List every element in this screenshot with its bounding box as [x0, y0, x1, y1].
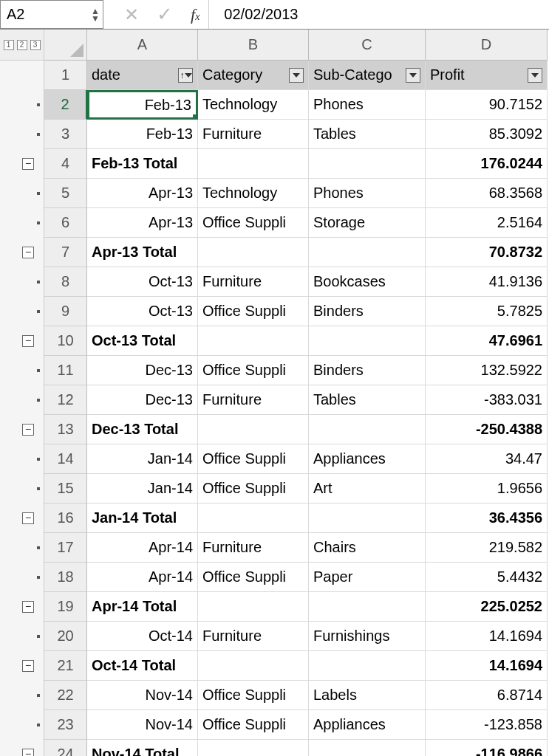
- table-header-c[interactable]: Sub-Catego: [309, 61, 426, 90]
- row-header[interactable]: 2: [44, 90, 87, 120]
- total-label-cell[interactable]: Feb-13 Total: [87, 149, 198, 179]
- spreadsheet-grid[interactable]: A B C D 12345678910111213141516171819202…: [44, 30, 549, 756]
- category-cell[interactable]: Technology: [198, 179, 309, 208]
- date-cell[interactable]: Oct-13: [87, 297, 198, 326]
- subcategory-cell[interactable]: [309, 504, 426, 533]
- subcategory-cell[interactable]: Phones: [309, 90, 426, 120]
- category-cell[interactable]: Office Suppli: [198, 474, 309, 504]
- table-header-d[interactable]: Profit: [426, 61, 548, 90]
- category-cell[interactable]: [198, 415, 309, 444]
- category-cell[interactable]: Furniture: [198, 267, 309, 297]
- formula-input[interactable]: 02/02/2013: [208, 0, 549, 29]
- subcategory-cell[interactable]: Tables: [309, 120, 426, 149]
- outline-level-3-button[interactable]: 3: [30, 40, 41, 50]
- profit-cell[interactable]: 6.8714: [426, 681, 548, 710]
- name-box[interactable]: ▲ ▼: [0, 0, 103, 29]
- profit-cell[interactable]: 41.9136: [426, 267, 548, 297]
- column-header-a[interactable]: A: [87, 30, 198, 61]
- subcategory-cell[interactable]: [309, 326, 426, 356]
- row-header[interactable]: 23: [44, 710, 87, 740]
- row-header[interactable]: 10: [44, 326, 87, 356]
- subcategory-cell[interactable]: Chairs: [309, 533, 426, 563]
- name-box-spinner[interactable]: ▲ ▼: [91, 7, 103, 22]
- category-cell[interactable]: Office Suppli: [198, 356, 309, 385]
- profit-cell[interactable]: 70.8732: [426, 238, 548, 267]
- row-header[interactable]: 11: [44, 356, 87, 385]
- profit-cell[interactable]: 14.1694: [426, 622, 548, 651]
- date-cell[interactable]: Dec-13: [87, 356, 198, 385]
- subcategory-cell[interactable]: Appliances: [309, 444, 426, 474]
- row-header[interactable]: 8: [44, 267, 87, 297]
- subcategory-cell[interactable]: [309, 149, 426, 179]
- date-cell[interactable]: Jan-14: [87, 444, 198, 474]
- subcategory-cell[interactable]: Art: [309, 474, 426, 504]
- subcategory-cell[interactable]: [309, 740, 426, 756]
- profit-cell[interactable]: 47.6961: [426, 326, 548, 356]
- total-label-cell[interactable]: Dec-13 Total: [87, 415, 198, 444]
- profit-cell[interactable]: -250.4388: [426, 415, 548, 444]
- profit-cell[interactable]: 5.4432: [426, 563, 548, 592]
- row-header[interactable]: 22: [44, 681, 87, 710]
- date-cell[interactable]: Dec-13: [87, 385, 198, 415]
- profit-cell[interactable]: 36.4356: [426, 504, 548, 533]
- total-label-cell[interactable]: Jan-14 Total: [87, 504, 198, 533]
- total-label-cell[interactable]: Apr-13 Total: [87, 238, 198, 267]
- category-cell[interactable]: [198, 651, 309, 681]
- date-cell[interactable]: Feb-13: [87, 90, 198, 120]
- total-label-cell[interactable]: Oct-14 Total: [87, 651, 198, 681]
- subcategory-cell[interactable]: Labels: [309, 681, 426, 710]
- profit-cell[interactable]: 2.5164: [426, 208, 548, 238]
- date-cell[interactable]: Apr-13: [87, 179, 198, 208]
- category-cell[interactable]: Office Suppli: [198, 444, 309, 474]
- outline-collapse-button[interactable]: −: [22, 158, 34, 170]
- subcategory-cell[interactable]: Paper: [309, 563, 426, 592]
- category-cell[interactable]: Office Suppli: [198, 208, 309, 238]
- profit-cell[interactable]: -123.858: [426, 710, 548, 740]
- profit-cell[interactable]: 225.0252: [426, 592, 548, 622]
- total-label-cell[interactable]: Apr-14 Total: [87, 592, 198, 622]
- category-cell[interactable]: Office Suppli: [198, 710, 309, 740]
- row-header[interactable]: 6: [44, 208, 87, 238]
- subcategory-cell[interactable]: [309, 651, 426, 681]
- outline-collapse-button[interactable]: −: [22, 247, 34, 258]
- row-header[interactable]: 13: [44, 415, 87, 444]
- category-cell[interactable]: [198, 149, 309, 179]
- date-cell[interactable]: Oct-13: [87, 267, 198, 297]
- row-header[interactable]: 1: [44, 61, 87, 90]
- profit-cell[interactable]: 14.1694: [426, 651, 548, 681]
- row-header[interactable]: 12: [44, 385, 87, 415]
- total-label-cell[interactable]: Oct-13 Total: [87, 326, 198, 356]
- row-header[interactable]: 5: [44, 179, 87, 208]
- outline-collapse-button[interactable]: −: [22, 749, 34, 756]
- category-cell[interactable]: [198, 740, 309, 756]
- row-header[interactable]: 7: [44, 238, 87, 267]
- row-header[interactable]: 18: [44, 563, 87, 592]
- row-header[interactable]: 20: [44, 622, 87, 651]
- outline-collapse-button[interactable]: −: [22, 512, 34, 524]
- date-cell[interactable]: Nov-14: [87, 710, 198, 740]
- profit-cell[interactable]: 34.47: [426, 444, 548, 474]
- profit-cell[interactable]: 90.7152: [426, 90, 548, 120]
- category-cell[interactable]: [198, 592, 309, 622]
- column-header-d[interactable]: D: [426, 30, 548, 61]
- filter-button[interactable]: [406, 68, 420, 83]
- profit-cell[interactable]: -383.031: [426, 385, 548, 415]
- profit-cell[interactable]: 219.582: [426, 533, 548, 563]
- table-header-b[interactable]: Category: [198, 61, 309, 90]
- category-cell[interactable]: Office Suppli: [198, 563, 309, 592]
- subcategory-cell[interactable]: Furnishings: [309, 622, 426, 651]
- category-cell[interactable]: Technology: [198, 90, 309, 120]
- row-header[interactable]: 17: [44, 533, 87, 563]
- date-cell[interactable]: Apr-14: [87, 563, 198, 592]
- total-label-cell[interactable]: Nov-14 Total: [87, 740, 198, 756]
- subcategory-cell[interactable]: Storage: [309, 208, 426, 238]
- column-header-b[interactable]: B: [198, 30, 309, 61]
- date-cell[interactable]: Feb-13: [87, 120, 198, 149]
- date-cell[interactable]: Nov-14: [87, 681, 198, 710]
- subcategory-cell[interactable]: [309, 238, 426, 267]
- subcategory-cell[interactable]: Binders: [309, 356, 426, 385]
- subcategory-cell[interactable]: [309, 415, 426, 444]
- row-header[interactable]: 19: [44, 592, 87, 622]
- row-header[interactable]: 24: [44, 740, 87, 756]
- outline-level-2-button[interactable]: 2: [17, 40, 27, 50]
